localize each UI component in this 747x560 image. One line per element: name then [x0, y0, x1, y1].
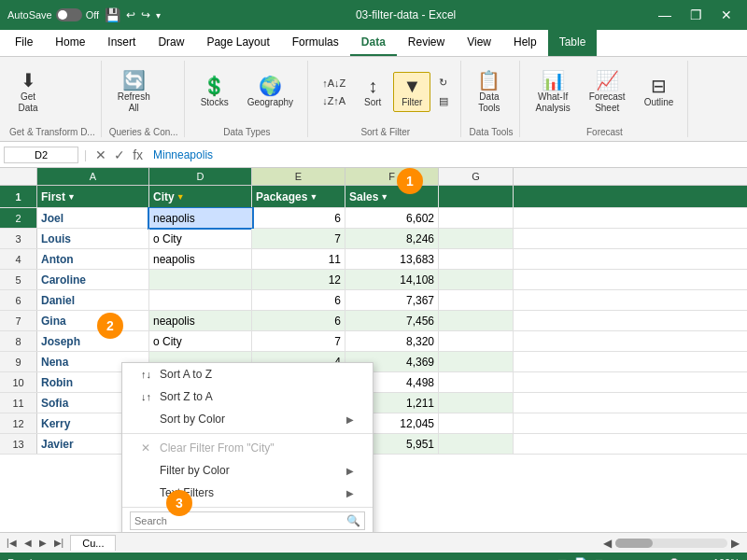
close-button[interactable]: ✕ [713, 6, 740, 24]
cell-e8[interactable]: 7 [252, 331, 345, 351]
tab-home[interactable]: Home [44, 30, 96, 56]
col-header-d[interactable]: D [149, 168, 252, 185]
filter-button[interactable]: ▼ Filter [393, 72, 430, 112]
restore-button[interactable]: ❐ [683, 6, 710, 24]
geography-button[interactable]: 🌍 Geography [239, 72, 302, 112]
undo-icon[interactable]: ↩ [126, 8, 135, 21]
filter-search-input[interactable] [134, 515, 346, 526]
table-row: 2 Joel neapolis 6 6,602 [0, 208, 747, 229]
outline-button[interactable]: ⊟ Outline [636, 72, 683, 112]
col-header-a[interactable]: A [37, 168, 149, 185]
cell-f8[interactable]: 8,320 [345, 331, 439, 351]
formula-input[interactable] [149, 147, 743, 163]
filter-arrow-city[interactable]: ▼ [176, 192, 185, 202]
cell-d3[interactable]: o City [149, 229, 252, 248]
horizontal-scrollbar[interactable] [615, 539, 727, 548]
page-break-icon[interactable]: ⊞ [595, 557, 603, 561]
header-cell-packages[interactable]: Packages ▼ [252, 186, 345, 207]
col-header-f[interactable]: F [345, 168, 439, 185]
minimize-button[interactable]: — [651, 6, 679, 24]
autosave-toggle[interactable] [56, 8, 82, 21]
scroll-left-btn[interactable]: ◀ [603, 537, 612, 550]
redo-icon[interactable]: ↪ [141, 8, 150, 21]
sort-az-button[interactable]: ↑A↓Z [316, 75, 352, 91]
reapply-button[interactable]: ↻ [432, 74, 455, 91]
cell-e7[interactable]: 6 [252, 311, 345, 330]
filter-arrow-first[interactable]: ▼ [67, 192, 76, 202]
cell-e4[interactable]: 11 [252, 249, 345, 269]
advanced-button[interactable]: ▤ [432, 92, 455, 110]
name-box[interactable] [4, 147, 78, 163]
tab-file[interactable]: File [4, 30, 44, 56]
cell-d8[interactable]: o City [149, 331, 252, 351]
cell-e5[interactable]: 12 [252, 270, 345, 289]
cell-f2[interactable]: 6,602 [345, 208, 439, 228]
tab-page-layout[interactable]: Page Layout [195, 30, 280, 56]
header-cell-sales[interactable]: Sales ▼ [345, 186, 439, 207]
tab-table[interactable]: Table [548, 30, 598, 56]
tab-help[interactable]: Help [502, 30, 548, 56]
cell-e3[interactable]: 7 [252, 229, 345, 248]
filter-by-color-item[interactable]: Filter by Color ▶ [122, 459, 373, 482]
cell-d7[interactable]: neapolis [149, 311, 252, 330]
insert-function-button[interactable]: fx [130, 147, 146, 162]
cell-f4[interactable]: 13,683 [345, 249, 439, 269]
cell-d4[interactable]: neapolis [149, 249, 252, 269]
undo-more-icon[interactable]: ▾ [156, 10, 161, 21]
scroll-right-btn[interactable]: ▶ [731, 537, 740, 550]
cell-e6[interactable]: 6 [252, 290, 345, 310]
filter-arrow-sales[interactable]: ▼ [380, 192, 388, 202]
cancel-formula-button[interactable]: ✕ [92, 147, 109, 162]
cell-f6[interactable]: 7,367 [345, 290, 439, 310]
sort-za-button[interactable]: ↓Z↑A [316, 92, 352, 109]
cell-d2[interactable]: neapolis [149, 208, 252, 228]
sort-by-color-item[interactable]: Sort by Color ▶ [122, 408, 373, 430]
cell-a7[interactable]: Gina [37, 311, 149, 330]
cell-d5[interactable] [149, 270, 252, 289]
sheet-nav-prev[interactable]: ◀ [21, 538, 35, 548]
page-view-icon[interactable]: 📄 [574, 557, 587, 561]
cell-f3[interactable]: 8,246 [345, 229, 439, 248]
tab-view[interactable]: View [456, 30, 502, 56]
cell-a4[interactable]: Anton [37, 249, 149, 269]
filter-search-box[interactable]: 🔍 [130, 511, 365, 530]
sort-za-menu-item[interactable]: ↓↑ Sort Z to A [122, 385, 373, 408]
confirm-formula-button[interactable]: ✓ [111, 147, 128, 162]
save-icon[interactable]: 💾 [105, 7, 120, 22]
stocks-icon: 💲 [203, 77, 226, 95]
sheet-nav-last[interactable]: ▶| [51, 538, 67, 548]
tab-review[interactable]: Review [397, 30, 456, 56]
get-data-button[interactable]: ⬇ GetData [9, 66, 47, 119]
refresh-all-button[interactable]: 🔄 RefreshAll [109, 66, 159, 119]
cell-d6[interactable] [149, 290, 252, 310]
col-header-g[interactable]: G [439, 168, 514, 185]
filter-arrow-packages[interactable]: ▼ [309, 192, 317, 202]
cell-a6[interactable]: Daniel [37, 290, 149, 310]
tab-formulas[interactable]: Formulas [281, 30, 350, 56]
cell-e2[interactable]: 6 [252, 208, 345, 228]
cell-a3[interactable]: Louis [37, 229, 149, 248]
text-filters-item[interactable]: Text Filters ▶ [122, 482, 373, 504]
cell-a5[interactable]: Caroline [37, 270, 149, 289]
data-tools-button[interactable]: 📋 DataTools [469, 66, 509, 119]
col-header-e[interactable]: E [252, 168, 345, 185]
stocks-button[interactable]: 💲 Stocks [192, 72, 237, 112]
cell-f7[interactable]: 7,456 [345, 311, 439, 330]
tab-insert[interactable]: Insert [96, 30, 147, 56]
header-cell-city[interactable]: City ▼ [149, 186, 252, 207]
sheet-nav-next[interactable]: ▶ [36, 538, 49, 548]
cell-f5[interactable]: 14,108 [345, 270, 439, 289]
forecast-sheet-button[interactable]: 📈 ForecastSheet [581, 66, 634, 119]
sort-button[interactable]: ↕ Sort [354, 72, 391, 112]
sort-az-menu-item[interactable]: ↑↓ Sort A to Z [122, 363, 373, 385]
tab-data[interactable]: Data [350, 30, 397, 56]
tab-draw[interactable]: Draw [147, 30, 195, 56]
header-cell-first[interactable]: First ▼ [37, 186, 149, 207]
cell-a8[interactable]: Joseph [37, 331, 149, 351]
formula-controls: ✕ ✓ fx [92, 147, 146, 162]
grid-view-icon[interactable]: ▦ [557, 557, 567, 561]
cell-a2[interactable]: Joel [37, 208, 149, 228]
sheet-nav-first[interactable]: |◀ [4, 538, 20, 548]
what-if-button[interactable]: 📊 What-IfAnalysis [528, 66, 579, 119]
sheet-tab-cu[interactable]: Cu... [70, 535, 116, 551]
